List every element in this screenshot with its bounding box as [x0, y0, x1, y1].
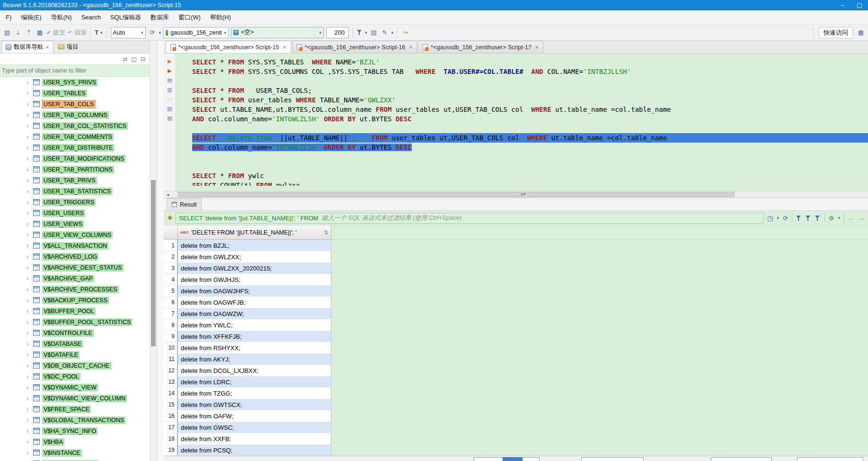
expander-icon[interactable]: › — [27, 275, 32, 282]
expander-icon[interactable]: › — [27, 90, 32, 97]
tab-database-navigator[interactable]: 数据库导航 × — [1, 41, 53, 53]
code-line[interactable]: AND col.column_name='INTGWLZLSH' ORDER B… — [192, 143, 868, 152]
tree-item[interactable]: ›V$DYNAMIC_VIEW — [0, 382, 149, 393]
row-number[interactable]: 13 — [164, 376, 178, 388]
expander-icon[interactable]: › — [27, 384, 32, 391]
panels-icon[interactable]: ⚙ — [829, 215, 834, 222]
tree-item[interactable]: ›V$CONTROLFILE — [0, 327, 149, 338]
open-script-icon[interactable]: ▨ — [167, 115, 172, 121]
expander-icon[interactable]: › — [27, 308, 32, 315]
tree-item[interactable]: ›USER_TRIGGERS — [0, 197, 149, 208]
expander-icon[interactable]: › — [27, 439, 32, 445]
tree-item[interactable]: ›V$BUFFER_POOL_STATISTICS — [0, 316, 149, 327]
menu-item[interactable]: 数据库 — [146, 10, 174, 24]
connection-combo[interactable]: gaussdb_156_zenit ▾ — [163, 27, 229, 38]
tree-item[interactable]: ›V$ARCHIVE_GAP — [0, 273, 149, 284]
link-editor-icon[interactable]: ⇄ — [123, 56, 128, 63]
row-number[interactable]: 4 — [164, 274, 178, 285]
navigator-filter-input[interactable] — [2, 67, 155, 74]
split-down-icon[interactable]: ▾ — [523, 191, 525, 198]
expander-icon[interactable]: › — [27, 188, 32, 195]
grid-icon[interactable]: ▦ — [35, 29, 44, 36]
tree-item[interactable]: ›V$ARCHIVE_PROCESSES — [0, 284, 149, 295]
quick-access-button[interactable]: 快速访问 — [819, 27, 853, 38]
layout-icon[interactable]: ◫ — [132, 56, 137, 63]
explain-plan-icon[interactable]: ▤ — [167, 77, 172, 83]
row-number[interactable]: 8 — [164, 319, 178, 331]
tree-item[interactable]: ›V$DC_POOL — [0, 371, 149, 382]
expander-icon[interactable]: › — [27, 155, 32, 162]
expander-icon[interactable]: › — [27, 417, 32, 424]
expander-icon[interactable]: › — [27, 362, 32, 369]
result-cell[interactable]: delete from PCSQ; — [178, 444, 331, 456]
expander-icon[interactable]: › — [27, 428, 32, 434]
row-number[interactable]: 14 — [164, 388, 178, 399]
row-number[interactable]: 11 — [164, 353, 178, 365]
new-script-icon[interactable]: ▧ — [167, 106, 172, 111]
export-icon[interactable]: ⇡ — [25, 29, 33, 36]
commit-mode-combo[interactable]: Auto ▾ — [111, 27, 146, 38]
next-result-icon[interactable]: → — [858, 215, 864, 222]
menu-item[interactable]: 帮助(H) — [205, 10, 236, 24]
navigator-tree[interactable]: ›USER_SYS_PRIVS›USER_TABLES›USER_TAB_COL… — [0, 77, 157, 461]
tree-item[interactable]: ›V$INSTANCE — [0, 447, 149, 458]
expander-icon[interactable]: › — [27, 450, 32, 456]
expander-icon[interactable]: › — [27, 145, 32, 151]
expander-icon[interactable]: › — [27, 341, 32, 347]
code-line[interactable]: SELECT * FROM USER_TAB_COLS; — [192, 86, 868, 95]
result-cell[interactable]: delete from DCGL_LXJBXX; — [178, 365, 331, 376]
split-up-icon[interactable]: ▴ — [521, 191, 523, 198]
execute-script-icon[interactable]: ▶ — [168, 68, 171, 73]
tree-item[interactable]: ›V$DB_OBJECT_CACHE — [0, 360, 149, 371]
refresh-icon[interactable]: ⟳ — [783, 215, 788, 222]
expander-icon[interactable]: › — [27, 395, 32, 402]
expander-icon[interactable]: › — [27, 352, 32, 358]
tree-item[interactable]: ›USER_TAB_PRIVS — [0, 175, 149, 186]
tree-item[interactable]: ›V$DATAFILE — [0, 349, 149, 360]
expander-icon[interactable]: › — [27, 319, 32, 325]
expander-icon[interactable]: › — [27, 101, 32, 108]
tree-item[interactable]: ›USER_TAB_COMMENTS — [0, 131, 149, 142]
collapse-all-icon[interactable]: ⊟ — [141, 56, 145, 63]
schema-combo[interactable]: <空> ▾ — [231, 27, 324, 38]
refresh-icon[interactable]: ⟳ — [148, 29, 157, 36]
tree-item[interactable]: ›V$HBA — [0, 436, 149, 447]
tree-scrollbar[interactable] — [150, 41, 157, 461]
code-line[interactable]: SELECT ut.TABLE_NAME,ut.BYTES,COL.column… — [192, 105, 868, 114]
transaction-mode-button[interactable]: T ▾ — [95, 29, 102, 36]
row-number[interactable]: 19 — [164, 444, 178, 456]
script-icon[interactable]: ▥ — [167, 87, 172, 92]
code-line[interactable] — [192, 162, 868, 171]
row-number-header[interactable] — [164, 226, 178, 240]
code-line[interactable]: SELECT COUNT(*) FROM gwlzxx — [192, 181, 868, 186]
new-sql-editor-icon[interactable]: ▧ — [3, 29, 11, 36]
tree-item[interactable]: ›V$ARCHIVED_LOG — [0, 251, 149, 262]
row-number[interactable]: 18 — [164, 433, 178, 444]
code-line[interactable]: SELECT * FROM ywlc — [192, 171, 868, 181]
menu-item[interactable]: SQL编辑器 — [106, 10, 146, 24]
scrollbar-thumb[interactable] — [151, 180, 156, 346]
result-cell[interactable]: delete from YWLC; — [178, 319, 331, 331]
filter-icon[interactable] — [357, 29, 363, 36]
expander-icon[interactable]: › — [27, 221, 32, 227]
expander-icon[interactable]: › — [27, 232, 32, 238]
result-cell[interactable]: delete from OAGWZW; — [178, 308, 331, 319]
tree-item[interactable]: ›V$FREE_SPACE — [0, 404, 149, 415]
sql-code[interactable]: SELECT * FROM SYS.SYS_TABLES WHERE NAME=… — [176, 54, 868, 191]
status-widget[interactable] — [711, 457, 772, 461]
tab-projects[interactable]: 项目 — [54, 41, 82, 53]
scrollbar-thumb[interactable] — [178, 192, 735, 197]
expander-icon[interactable]: › — [27, 79, 32, 86]
tree-item[interactable]: ›USER_TAB_COLUMNS — [0, 109, 149, 120]
tree-item[interactable]: ›USER_TAB_STATISTICS — [0, 186, 149, 197]
goto-icon[interactable]: ↪ — [401, 29, 410, 36]
expander-icon[interactable]: › — [27, 177, 32, 184]
result-cell[interactable]: delete from OAFW; — [178, 410, 331, 422]
tree-item[interactable]: ›V$HA_SYNC_INFO — [0, 425, 149, 436]
sort-icon[interactable]: ⇅ — [324, 229, 328, 236]
perspective-icon[interactable]: ▦ — [857, 29, 865, 36]
tree-item[interactable]: ›V$DYNAMIC_VIEW_COLUMN — [0, 393, 149, 404]
row-number[interactable]: 3 — [164, 262, 178, 274]
row-number[interactable]: 16 — [164, 410, 178, 422]
tree-item[interactable]: ›USER_USERS — [0, 208, 149, 218]
